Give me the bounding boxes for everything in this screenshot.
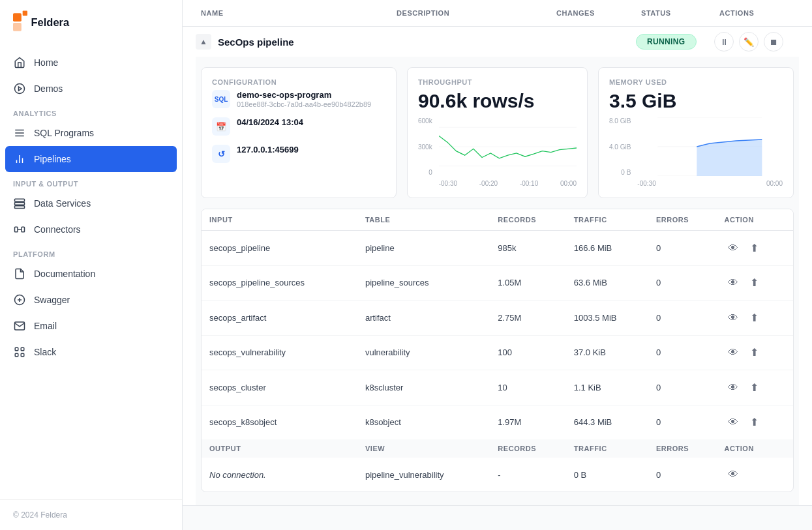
input-errors: 0 (648, 405, 717, 439)
svg-rect-11 (15, 206, 25, 209)
output-traffic-label: TRAFFIC (566, 439, 648, 458)
col-description: DESCRIPTION (391, 0, 551, 26)
upload-button[interactable]: ⬆ (745, 308, 763, 327)
cards-row: CONFIGURATION SQL demo-sec-ops-program 0… (196, 67, 799, 209)
view-button[interactable]: 👁 (724, 344, 742, 362)
memory-value: 3.5 GiB (609, 90, 783, 112)
pipeline-status-cell: RUNNING (636, 34, 714, 50)
sidebar-item-home-label: Home (34, 57, 58, 68)
sidebar-item-connectors[interactable]: Connectors (0, 216, 182, 243)
sidebar-item-email[interactable]: Email (0, 313, 182, 339)
input-table: pipeline (357, 231, 490, 266)
upload-button[interactable]: ⬆ (745, 274, 763, 292)
edit-button[interactable]: ✏️ (739, 32, 759, 52)
config-date-value: 04/16/2024 13:04 (237, 117, 303, 127)
view-button[interactable]: 👁 (724, 274, 742, 292)
input-actions: 👁 ⬆ (716, 231, 793, 266)
sidebar-item-data-services[interactable]: Data Services (0, 190, 182, 216)
sidebar-item-pipelines-label: Pipelines (34, 154, 71, 164)
input-traffic: 37.0 KiB (566, 335, 648, 370)
svg-marker-26 (697, 140, 762, 176)
input-actions: 👁 ⬆ (716, 335, 793, 370)
output-errors-label: ERRORS (648, 439, 717, 458)
input-table: k8scluster (357, 370, 490, 405)
output-records: - (490, 458, 565, 492)
upload-button[interactable]: ⬆ (745, 344, 763, 362)
svg-rect-13 (22, 227, 25, 232)
input-name: secops_k8sobject (202, 405, 357, 439)
output-view: pipeline_vulnerability (357, 458, 490, 492)
svg-rect-18 (15, 353, 18, 357)
table-row: secops_k8sobject k8sobject 1.97M 644.3 M… (202, 405, 793, 439)
view-button[interactable]: 👁 (724, 239, 742, 258)
sidebar-item-data-services-label: Data Services (34, 198, 91, 209)
table-row: secops_cluster k8scluster 10 1.1 KiB 0 👁… (202, 370, 793, 405)
memory-y-max: 8.0 GiB (609, 117, 631, 125)
collapse-button[interactable]: ▲ (196, 34, 211, 50)
input-table-body: secops_pipeline pipeline 985k 166.6 MiB … (202, 231, 793, 440)
memory-x-1: -00:30 (637, 180, 655, 187)
memory-card: Memory used 3.5 GiB 8.0 GiB 4.0 GiB 0 B (598, 67, 794, 198)
sidebar-item-sql-programs[interactable]: SQL Programs (0, 120, 182, 146)
sql-badge: SQL (212, 90, 230, 108)
output-label-cell: OUTPUT (202, 439, 357, 458)
col-name: NAME (196, 0, 391, 26)
input-name: secops_pipeline (202, 231, 357, 266)
program-id: 018ee88f-3cbc-7a0d-aa4b-ee90b4822b89 (237, 100, 371, 108)
sidebar-item-home[interactable]: Home (0, 50, 182, 76)
demos-icon (13, 82, 26, 95)
sidebar-item-swagger[interactable]: Swagger (0, 287, 182, 313)
sidebar-item-demos[interactable]: Demos (0, 76, 182, 102)
output-actions: 👁 (716, 458, 793, 492)
input-actions: 👁 ⬆ (716, 301, 793, 336)
sidebar-item-pipelines[interactable]: Pipelines (5, 146, 177, 172)
stop-button[interactable]: ⏹ (764, 32, 783, 52)
io-section-label: INPUT & OUTPUT (0, 172, 182, 190)
memory-y-mid: 4.0 GiB (609, 143, 631, 151)
view-button[interactable]: 👁 (724, 309, 742, 327)
upload-button[interactable]: ⬆ (745, 378, 763, 396)
view-output-button[interactable]: 👁 (724, 465, 742, 484)
input-errors: 0 (648, 231, 717, 266)
view-button[interactable]: 👁 (724, 379, 742, 397)
output-connection: No connection. (202, 458, 357, 492)
col-status: STATUS (636, 0, 714, 26)
pipeline-actions: ⏸ ✏️ ⏹ (714, 32, 799, 52)
pipeline-row-header: ▲ SecOps pipeline RUNNING ⏸ ✏️ ⏹ (196, 27, 799, 57)
memory-x-4: 00:00 (766, 180, 783, 187)
io-table: INPUT TABLE RECORDS TRAFFIC ERRORS ACTIO… (202, 209, 793, 492)
pipeline-expanded: CONFIGURATION SQL demo-sec-ops-program 0… (196, 57, 799, 505)
sidebar-item-email-label: Email (34, 321, 57, 331)
input-records: 985k (490, 231, 565, 266)
input-traffic: 166.6 MiB (566, 231, 648, 266)
input-table: k8sobject (357, 405, 490, 439)
output-action-label: ACTION (716, 439, 793, 458)
pause-button[interactable]: ⏸ (714, 32, 734, 52)
connectors-icon (13, 223, 26, 236)
output-section-header: OUTPUT VIEW RECORDS TRAFFIC ERRORS ACTIO… (202, 439, 793, 458)
col-input: INPUT (202, 209, 357, 231)
upload-button[interactable]: ⬆ (745, 239, 763, 257)
pipeline-name-cell: ▲ SecOps pipeline (196, 34, 391, 50)
sidebar-item-slack[interactable]: Slack (0, 339, 182, 365)
input-records: 1.05M (490, 265, 565, 301)
throughput-chart (439, 117, 577, 176)
svg-rect-2 (13, 23, 22, 31)
logo: Feldera (0, 0, 182, 44)
doc-icon (13, 267, 26, 280)
main-scroll: ▲ SecOps pipeline RUNNING ⏸ ✏️ ⏹ (183, 27, 812, 530)
upload-button[interactable]: ⬆ (745, 413, 763, 432)
view-button[interactable]: 👁 (724, 413, 742, 432)
slack-icon (13, 346, 26, 359)
history-icon: ↺ (212, 145, 230, 163)
sidebar-item-documentation[interactable]: Documentation (0, 261, 182, 287)
sidebar-nav: Home Demos ANALYTICS SQL Programs Pipeli… (0, 44, 182, 499)
input-name: secops_pipeline_sources (202, 265, 357, 301)
col-table: TABLE (357, 209, 490, 231)
input-errors: 0 (648, 370, 717, 405)
status-badge: RUNNING (636, 34, 697, 50)
svg-text:Feldera: Feldera (31, 16, 70, 28)
sidebar-item-documentation-label: Documentation (34, 269, 95, 279)
table-row: No connection. pipeline_vulnerability - … (202, 458, 793, 492)
memory-y-min: 0 B (609, 169, 631, 176)
